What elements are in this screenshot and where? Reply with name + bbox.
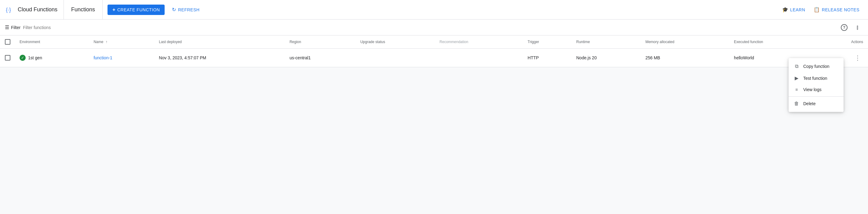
row-upgrade-status-cell xyxy=(355,49,435,67)
filter-label-text: Filter xyxy=(11,25,21,30)
row-last-deployed-cell: Nov 3, 2023, 4:57:07 PM xyxy=(154,49,285,67)
create-function-label: CREATE FUNCTION xyxy=(117,7,160,12)
col-header-runtime-label: Runtime xyxy=(576,40,590,44)
col-header-runtime: Runtime xyxy=(571,35,641,49)
nav-actions: + CREATE FUNCTION ↻ REFRESH xyxy=(103,4,778,15)
filter-input[interactable] xyxy=(23,25,836,30)
col-header-executed-function-label: Executed function xyxy=(734,40,763,44)
filter-bar: ☰ Filter ? ⫿ xyxy=(0,20,868,35)
columns-icon: ⫿ xyxy=(856,24,859,31)
create-function-button[interactable]: + CREATE FUNCTION xyxy=(107,5,165,15)
col-header-last-deployed-label: Last deployed xyxy=(159,40,182,44)
row-runtime: Node.js 20 xyxy=(576,55,597,60)
row-memory: 256 MB xyxy=(645,55,660,60)
col-header-recommendation: Recommendation xyxy=(435,35,523,49)
help-icon: ? xyxy=(841,24,847,31)
help-button[interactable]: ? xyxy=(839,22,850,33)
row-trigger: HTTP xyxy=(528,55,539,60)
dropdown-item-copy-function[interactable]: ⧉ Copy function xyxy=(788,60,843,67)
refresh-icon: ↻ xyxy=(172,7,176,12)
col-header-region-label: Region xyxy=(289,40,301,44)
col-header-memory-label: Memory allocated xyxy=(645,40,674,44)
col-header-environment-label: Environment xyxy=(20,40,40,44)
status-ok-icon: ✓ xyxy=(20,55,26,61)
filter-icon: ☰ xyxy=(5,24,9,30)
col-header-recommendation-label: Recommendation xyxy=(439,40,468,44)
plus-icon: + xyxy=(113,7,116,12)
col-header-region: Region xyxy=(285,35,355,49)
refresh-button[interactable]: ↻ REFRESH xyxy=(167,4,204,15)
release-notes-label: RELEASE NOTES xyxy=(822,7,860,12)
row-environment: 1st gen xyxy=(28,55,42,60)
filter-right: ? ⫿ xyxy=(839,22,863,33)
col-header-name[interactable]: Name ↑ xyxy=(89,35,154,49)
sort-asc-icon: ↑ xyxy=(106,40,107,44)
table-header: Environment Name ↑ Last deployed Region … xyxy=(0,35,868,49)
select-all-checkbox[interactable] xyxy=(5,39,10,45)
row-executed-function: helloWorld xyxy=(734,55,754,60)
row-runtime-cell: Node.js 20 xyxy=(571,49,641,67)
app-title: Cloud Functions xyxy=(18,6,57,13)
release-notes-link[interactable]: 📋 RELEASE NOTES xyxy=(810,4,863,15)
section-title: Functions xyxy=(64,0,103,19)
row-environment-cell: ✓ 1st gen xyxy=(15,49,89,67)
row-name-cell: function-1 xyxy=(89,49,154,67)
actions-dropdown-menu: ⧉ Copy function ▶ Test function ≡ View l… xyxy=(788,58,843,67)
col-header-last-deployed: Last deployed xyxy=(154,35,285,49)
row-checkbox-cell xyxy=(0,49,15,67)
table-row: ✓ 1st gen function-1 Nov 3, 2023, 4:57:0… xyxy=(0,49,868,67)
row-region: us-central1 xyxy=(289,55,311,60)
select-all-header xyxy=(0,35,15,49)
filter-label-container: ☰ Filter xyxy=(5,24,21,30)
learn-label: LEARN xyxy=(790,7,805,12)
row-actions-button[interactable]: ⋮ xyxy=(852,52,863,63)
col-header-upgrade-status-label: Upgrade status xyxy=(361,40,385,44)
functions-table: Environment Name ↑ Last deployed Region … xyxy=(0,35,868,67)
refresh-label: REFRESH xyxy=(178,7,199,12)
row-region-cell: us-central1 xyxy=(285,49,355,67)
cloud-functions-icon: {·} xyxy=(5,5,15,15)
col-header-trigger: Trigger xyxy=(523,35,571,49)
row-recommendation-cell xyxy=(435,49,523,67)
release-notes-icon: 📋 xyxy=(814,7,820,12)
nav-right: 🎓 LEARN 📋 RELEASE NOTES xyxy=(778,4,863,15)
learn-icon: 🎓 xyxy=(782,7,788,12)
svg-text:{·}: {·} xyxy=(6,7,11,13)
functions-table-container: Environment Name ↑ Last deployed Region … xyxy=(0,35,868,67)
copy-icon: ⧉ xyxy=(794,63,800,67)
col-header-name-label: Name xyxy=(93,40,103,44)
col-header-environment: Environment xyxy=(15,35,89,49)
col-header-actions-label: Actions xyxy=(851,40,863,44)
col-header-executed-function: Executed function xyxy=(729,35,818,49)
learn-link[interactable]: 🎓 LEARN xyxy=(778,4,809,15)
column-toggle-button[interactable]: ⫿ xyxy=(852,22,863,33)
row-last-deployed: Nov 3, 2023, 4:57:07 PM xyxy=(159,55,206,60)
table-body: ✓ 1st gen function-1 Nov 3, 2023, 4:57:0… xyxy=(0,49,868,67)
function-name-link[interactable]: function-1 xyxy=(93,55,112,60)
row-memory-cell: 256 MB xyxy=(641,49,729,67)
top-nav: {·} Cloud Functions Functions + CREATE F… xyxy=(0,0,868,20)
row-trigger-cell: HTTP xyxy=(523,49,571,67)
row-checkbox[interactable] xyxy=(5,55,10,60)
app-logo: {·} Cloud Functions xyxy=(5,0,64,19)
col-header-actions: Actions xyxy=(818,35,868,49)
col-header-memory: Memory allocated xyxy=(641,35,729,49)
dropdown-copy-label: Copy function xyxy=(803,64,830,67)
col-header-upgrade-status: Upgrade status xyxy=(355,35,435,49)
col-header-trigger-label: Trigger xyxy=(528,40,539,44)
